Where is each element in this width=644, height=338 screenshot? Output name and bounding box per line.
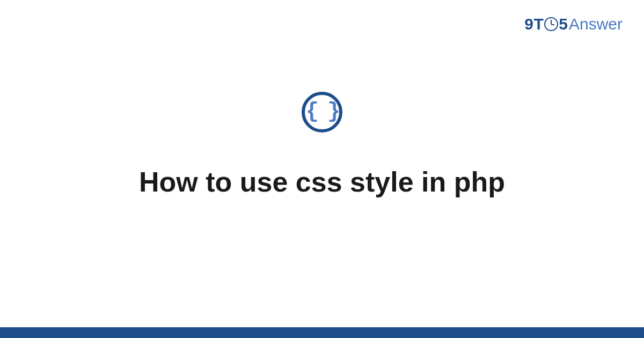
main-content: { } How to use css style in php bbox=[0, 0, 644, 338]
category-badge: { } bbox=[302, 92, 342, 133]
question-title: How to use css style in php bbox=[118, 166, 526, 198]
code-braces-icon: { } bbox=[306, 101, 338, 123]
footer-accent-bar bbox=[0, 327, 644, 338]
